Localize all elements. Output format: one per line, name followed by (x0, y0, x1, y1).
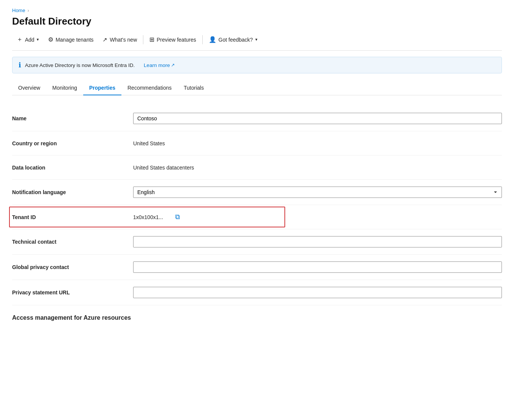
external-link-icon: ↗ (171, 62, 175, 68)
notification-language-label: Notification language (12, 189, 133, 195)
copy-icon[interactable]: ⧉ (175, 213, 180, 221)
name-label: Name (12, 115, 133, 121)
tabs: Overview Monitoring Properties Recommend… (12, 81, 502, 95)
country-value: United States (133, 140, 502, 146)
preview-features-label: Preview features (157, 37, 196, 43)
tenant-id-label: Tenant ID (12, 214, 133, 220)
technical-contact-label: Technical contact (12, 239, 133, 245)
learn-more-link[interactable]: Learn more ↗ (144, 62, 175, 68)
notification-language-row: Notification language English French Ger… (12, 180, 502, 205)
privacy-url-value (133, 287, 502, 298)
privacy-url-row: Privacy statement URL (12, 280, 502, 305)
toolbar-divider-2 (202, 35, 203, 44)
toolbar: ＋ Add ▾ ⚙ Manage tenants ↗ What's new ⊞ … (12, 33, 502, 51)
add-label: Add (25, 37, 34, 43)
data-location-label: Data location (12, 165, 133, 171)
manage-tenants-button[interactable]: ⚙ Manage tenants (43, 34, 98, 45)
preview-icon: ⊞ (149, 36, 154, 43)
new-icon: ↗ (102, 36, 107, 43)
country-row: Country or region United States (12, 131, 502, 156)
feedback-icon: 👤 (209, 36, 216, 43)
whats-new-button[interactable]: ↗ What's new (98, 34, 141, 45)
tenant-id-value: 1x0x100x1... ⧉ (133, 213, 502, 221)
breadcrumb-home[interactable]: Home (12, 8, 25, 13)
got-feedback-label: Got feedback? (219, 37, 253, 43)
privacy-url-input[interactable] (133, 287, 502, 298)
got-feedback-button[interactable]: 👤 Got feedback? ▾ (204, 34, 262, 45)
name-input[interactable] (133, 113, 502, 124)
tab-tutorials[interactable]: Tutorials (178, 81, 210, 95)
info-banner: ℹ Azure Active Directory is now Microsof… (12, 57, 502, 73)
tab-recommendations[interactable]: Recommendations (121, 81, 178, 95)
breadcrumb-separator: › (28, 8, 29, 13)
global-privacy-value (133, 261, 502, 273)
technical-contact-input[interactable] (133, 236, 502, 247)
properties-form: Name Country or region United States Dat… (12, 106, 502, 323)
technical-contact-row: Technical contact (12, 229, 502, 255)
banner-message: Azure Active Directory is now Microsoft … (25, 62, 135, 68)
manage-tenants-label: Manage tenants (56, 37, 93, 43)
page-title: Default Directory (12, 16, 502, 27)
info-icon: ℹ (19, 61, 21, 69)
toolbar-divider-1 (143, 35, 143, 44)
notification-language-select[interactable]: English French German Spanish Japanese (133, 187, 502, 198)
add-chevron-icon: ▾ (37, 37, 39, 42)
add-button[interactable]: ＋ Add ▾ (12, 33, 43, 46)
gear-icon: ⚙ (48, 36, 53, 43)
preview-features-button[interactable]: ⊞ Preview features (145, 34, 200, 45)
tab-monitoring[interactable]: Monitoring (46, 81, 83, 95)
notification-language-value: English French German Spanish Japanese (133, 187, 502, 198)
data-location-row: Data location United States datacenters (12, 156, 502, 180)
global-privacy-row: Global privacy contact (12, 255, 502, 280)
feedback-chevron-icon: ▾ (255, 37, 258, 42)
plus-icon: ＋ (17, 36, 23, 44)
data-location-value: United States datacenters (133, 165, 502, 171)
global-privacy-input[interactable] (133, 261, 502, 273)
technical-contact-value (133, 236, 502, 247)
name-value (133, 113, 502, 124)
privacy-url-label: Privacy statement URL (12, 289, 133, 296)
whats-new-label: What's new (110, 37, 137, 43)
tenant-id-row: Tenant ID 1x0x100x1... ⧉ (12, 205, 502, 229)
country-label: Country or region (12, 140, 133, 146)
name-row: Name (12, 106, 502, 131)
breadcrumb: Home › (12, 8, 502, 13)
access-management-heading: Access management for Azure resources (12, 305, 502, 323)
tab-overview[interactable]: Overview (12, 81, 46, 95)
global-privacy-label: Global privacy contact (12, 264, 133, 270)
tab-properties[interactable]: Properties (83, 81, 121, 95)
tenant-id-text: 1x0x100x1... (133, 214, 163, 220)
